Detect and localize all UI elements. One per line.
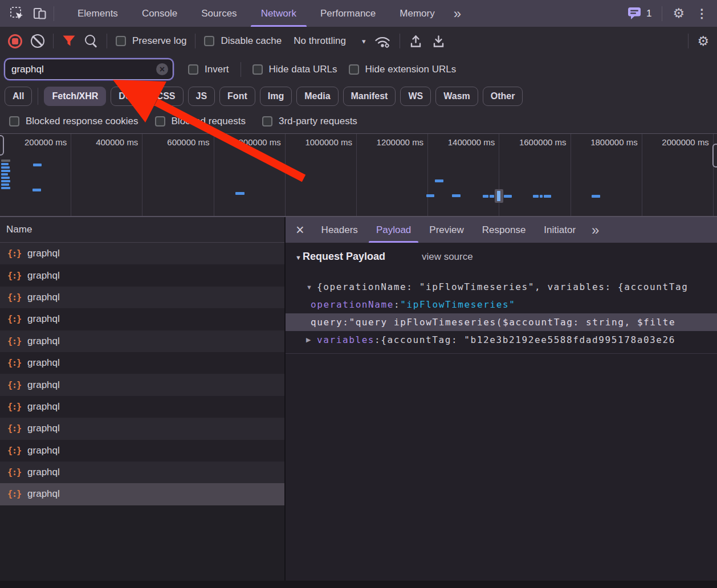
filter-funnel-icon[interactable] — [62, 35, 76, 47]
request-name: graphql — [27, 401, 60, 413]
hide-data-urls-toggle[interactable]: Hide data URLs — [252, 64, 337, 75]
checkbox-icon[interactable] — [9, 116, 19, 126]
chip-css[interactable]: CSS — [149, 87, 184, 106]
close-icon[interactable]: × — [288, 223, 312, 237]
hide-extension-urls-toggle[interactable]: Hide extension URLs — [349, 64, 457, 75]
network-toolbar: Preserve log Disable cache No throttling… — [0, 27, 717, 55]
record-network-log-icon[interactable] — [8, 34, 22, 48]
request-name: graphql — [27, 357, 60, 369]
request-row[interactable]: {:}graphql — [0, 243, 284, 264]
tabbar-right-controls: 1 ⚙ ⋮ — [628, 6, 711, 21]
filter-row: graphql × Invert Hide data URLs Hide ext… — [0, 55, 717, 83]
overview-scrollbar-left[interactable] — [0, 135, 4, 156]
chip-ws[interactable]: WS — [400, 87, 431, 106]
export-har-icon[interactable] — [431, 34, 446, 48]
name-column-header[interactable]: Name — [0, 217, 284, 243]
more-tabs-icon[interactable]: » — [447, 7, 468, 21]
detail-tab-payload[interactable]: Payload — [367, 217, 420, 243]
chip-media[interactable]: Media — [296, 87, 338, 106]
filter-input[interactable]: graphql × — [5, 59, 173, 80]
waterfall-bar — [33, 164, 42, 166]
view-source-link[interactable]: view source — [422, 251, 473, 263]
request-name: graphql — [27, 445, 60, 456]
tab-elements[interactable]: Elements — [66, 0, 130, 27]
chip-js[interactable]: JS — [188, 87, 215, 106]
network-settings-gear-icon[interactable]: ⚙ — [697, 35, 709, 48]
request-row[interactable]: {:}graphql — [0, 374, 284, 395]
checkbox-icon[interactable] — [252, 64, 263, 75]
checkbox-icon[interactable] — [116, 36, 126, 46]
expanded-triangle-icon[interactable]: ▼ — [306, 284, 317, 291]
payload-preview-row[interactable]: ▼ {operationName: "ipFlowTimeseries", va… — [286, 278, 717, 296]
request-row[interactable]: {:}graphql — [0, 308, 284, 330]
json-request-icon: {:} — [7, 248, 21, 259]
overview-track[interactable]: 200000 ms400000 ms600000 ms800000 ms1000… — [0, 133, 717, 217]
preserve-log-toggle[interactable]: Preserve log — [116, 35, 186, 47]
main-tab-list: ElementsConsoleSourcesNetworkPerformance… — [66, 0, 447, 27]
device-toolbar-icon[interactable] — [28, 3, 51, 24]
type-chip-list: AllFetch/XHRDocCSSJSFontImgMediaManifest… — [0, 83, 717, 109]
filter-blocked-requests[interactable]: Blocked requests — [155, 116, 246, 127]
request-row[interactable]: {:}graphql — [0, 330, 284, 352]
tab-sources[interactable]: Sources — [189, 0, 248, 27]
request-row[interactable]: {:}graphql — [0, 440, 284, 462]
issues-counter[interactable]: 1 — [628, 7, 651, 20]
section-title: Request Payload — [303, 251, 385, 263]
filter-blocked-response-cookies[interactable]: Blocked response cookies — [9, 116, 138, 127]
request-row[interactable]: {:}graphql — [0, 287, 284, 308]
checkbox-icon[interactable] — [349, 64, 359, 75]
request-row[interactable]: {:}graphql — [0, 483, 284, 505]
inspect-element-icon[interactable] — [6, 3, 28, 24]
request-row[interactable]: {:}graphql — [0, 462, 284, 483]
waterfall-bar — [490, 195, 494, 198]
payload-row-operation-name[interactable]: operationName"ipFlowTimeseries" — [286, 296, 717, 313]
tabbar-divider — [54, 6, 54, 21]
tab-network[interactable]: Network — [249, 0, 308, 27]
checkbox-icon[interactable] — [204, 36, 214, 46]
section-expanded-triangle-icon[interactable]: ▼ — [295, 254, 302, 261]
chip-other[interactable]: Other — [483, 87, 523, 106]
chip-img[interactable]: Img — [260, 87, 292, 106]
chip-wasm[interactable]: Wasm — [435, 87, 478, 106]
tab-performance[interactable]: Performance — [308, 0, 388, 27]
toolbar-divider — [107, 34, 107, 48]
detail-tab-headers[interactable]: Headers — [312, 217, 367, 243]
tab-console[interactable]: Console — [130, 0, 189, 27]
request-payload-section[interactable]: ▼ Request Payload view source — [286, 251, 717, 269]
more-detail-tabs-icon[interactable]: » — [585, 223, 606, 237]
request-name: graphql — [27, 488, 60, 500]
tab-memory[interactable]: Memory — [388, 0, 446, 27]
chip-all[interactable]: All — [5, 87, 32, 106]
request-row[interactable]: {:}graphql — [0, 396, 284, 418]
detail-tab-initiator[interactable]: Initiator — [535, 217, 585, 243]
filter-3rd-party-requests[interactable]: 3rd-party requests — [262, 116, 357, 127]
payload-row-query[interactable]: query"query ipFlowTimeseries($accountTag… — [286, 313, 717, 331]
payload-row-variables[interactable]: ▶ variables{accountTag: "b12e3b2192ee558… — [286, 331, 717, 349]
detail-tab-preview[interactable]: Preview — [420, 217, 472, 243]
request-row[interactable]: {:}graphql — [0, 264, 284, 286]
clear-network-log-icon[interactable] — [31, 34, 44, 48]
chip-manifest[interactable]: Manifest — [343, 87, 396, 106]
chip-font[interactable]: Font — [219, 87, 255, 106]
throttling-select[interactable]: No throttling ▾ — [294, 35, 365, 47]
import-har-icon[interactable] — [409, 34, 423, 48]
chip-fetch-xhr[interactable]: Fetch/XHR — [44, 87, 106, 106]
request-row[interactable]: {:}graphql — [0, 352, 284, 374]
overview-scrollbar-right[interactable] — [712, 144, 717, 168]
checkbox-icon[interactable] — [188, 64, 198, 75]
request-row[interactable]: {:}graphql — [0, 418, 284, 439]
disable-cache-toggle[interactable]: Disable cache — [204, 35, 282, 47]
settings-gear-icon[interactable]: ⚙ — [673, 7, 685, 20]
clear-filter-icon[interactable]: × — [156, 63, 168, 75]
overview-tick: 1600000 ms — [499, 134, 571, 216]
chip-doc[interactable]: Doc — [111, 87, 144, 106]
detail-tab-response[interactable]: Response — [473, 217, 535, 243]
checkbox-icon[interactable] — [155, 116, 165, 126]
invert-filter-toggle[interactable]: Invert — [188, 64, 229, 75]
json-request-icon: {:} — [7, 358, 21, 368]
kebab-menu-icon[interactable]: ⋮ — [692, 7, 711, 21]
checkbox-icon[interactable] — [262, 116, 272, 126]
search-icon[interactable] — [84, 34, 98, 48]
network-conditions-icon[interactable] — [374, 34, 391, 48]
collapsed-triangle-icon[interactable]: ▶ — [306, 336, 317, 344]
